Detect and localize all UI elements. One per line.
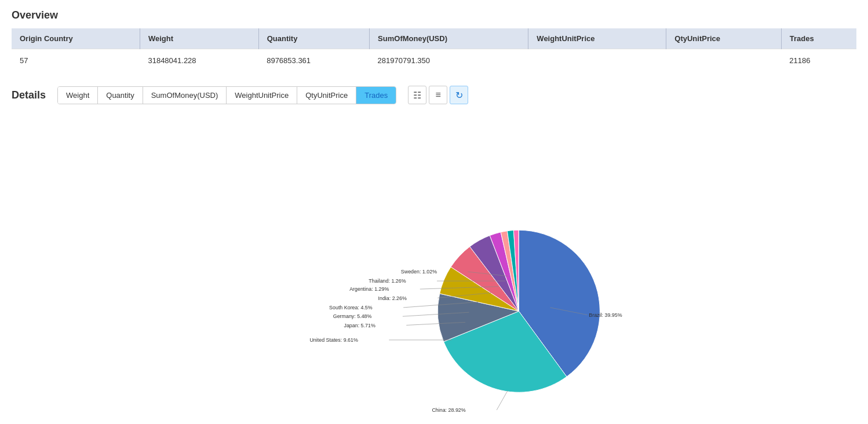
details-header: Details Weight Quantity SumOfMoney(USD) …: [12, 86, 856, 104]
col-sum-of-money: SumOfMoney(USD): [370, 28, 528, 49]
svg-text:China:  28.92%: China: 28.92%: [432, 407, 465, 413]
cell-sum-of-money: 281970791.350: [370, 49, 528, 72]
chart-area: Brazil: 39.95%China: 28.92%United States…: [12, 116, 856, 424]
col-qty-unit-price: QtyUnitPrice: [666, 28, 781, 49]
svg-text:India:  2.26%: India: 2.26%: [378, 295, 407, 301]
svg-text:South Korea:  4.5%: South Korea: 4.5%: [329, 305, 373, 310]
list-view-button[interactable]: ≡: [429, 86, 447, 104]
svg-text:Argentina:  1.29%: Argentina: 1.29%: [349, 286, 389, 292]
tab-weight-unit-price[interactable]: WeightUnitPrice: [227, 87, 297, 104]
tab-quantity[interactable]: Quantity: [98, 87, 143, 104]
col-trades: Trades: [781, 28, 856, 49]
cell-quantity: 8976853.361: [258, 49, 369, 72]
pie-chart: Brazil: 39.95%China: 28.92%United States…: [231, 127, 637, 424]
col-origin-country: Origin Country: [12, 28, 140, 49]
svg-text:United States:  9.61%: United States: 9.61%: [309, 337, 358, 343]
svg-text:Germany:  5.48%: Germany: 5.48%: [333, 313, 372, 319]
overview-title: Overview: [12, 9, 856, 21]
cell-origin-country: 57: [12, 49, 140, 72]
col-weight-unit-price: WeightUnitPrice: [528, 28, 666, 49]
cell-weight-unit-price: [528, 49, 666, 72]
tab-weight[interactable]: Weight: [58, 87, 98, 104]
grid-view-button[interactable]: ☷: [408, 86, 426, 104]
col-weight: Weight: [140, 28, 258, 49]
tab-sum-of-money[interactable]: SumOfMoney(USD): [143, 87, 227, 104]
refresh-button[interactable]: ↻: [450, 86, 468, 104]
icon-group: ☷ ≡ ↻: [408, 86, 468, 104]
svg-text:Japan:  5.71%: Japan: 5.71%: [344, 323, 375, 328]
tab-qty-unit-price[interactable]: QtyUnitPrice: [297, 87, 356, 104]
cell-weight: 31848041.228: [140, 49, 258, 72]
overview-table: Origin Country Weight Quantity SumOfMone…: [12, 28, 856, 72]
svg-text:Thailand:  1.26%: Thailand: 1.26%: [369, 278, 406, 284]
cell-qty-unit-price: [666, 49, 781, 72]
svg-line-2: [497, 390, 508, 410]
table-row: 57 31848041.228 8976853.361 281970791.35…: [12, 49, 856, 72]
col-quantity: Quantity: [258, 28, 369, 49]
details-title: Details: [12, 89, 46, 101]
cell-trades: 21186: [781, 49, 856, 72]
svg-text:Brazil:  39.95%: Brazil: 39.95%: [589, 312, 622, 318]
tab-group: Weight Quantity SumOfMoney(USD) WeightUn…: [57, 86, 396, 104]
tab-trades[interactable]: Trades: [356, 87, 396, 104]
svg-text:Sweden:  1.02%: Sweden: 1.02%: [401, 269, 437, 275]
